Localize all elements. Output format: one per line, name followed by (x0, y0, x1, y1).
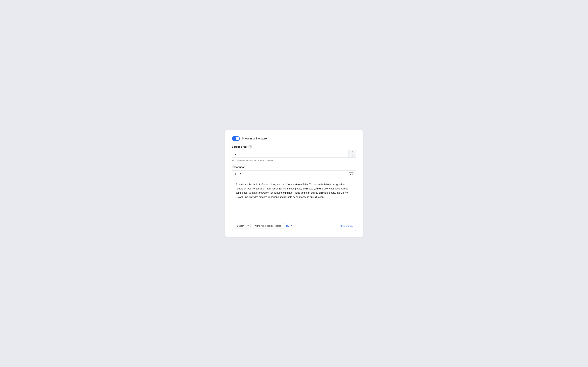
language-select[interactable]: English French German Spanish (235, 223, 251, 228)
toggle-label: Show in online store (242, 137, 267, 140)
add-block-button[interactable]: + (234, 172, 237, 176)
main-card: Show in online store Sorting order ? + −… (225, 130, 363, 237)
description-section: Description + ¶ (232, 166, 356, 231)
increment-button[interactable]: + (349, 150, 356, 154)
paragraph-button[interactable]: ¶ (240, 172, 242, 176)
description-label: Description (232, 166, 356, 168)
show-in-store-toggle[interactable] (232, 136, 240, 141)
editor-body[interactable]: Experience the thrill of off-road biking… (232, 178, 356, 221)
svg-rect-1 (350, 174, 351, 174)
keyboard-shortcut-icon[interactable] (349, 173, 354, 176)
svg-rect-9 (351, 175, 352, 175)
description-editor: + ¶ (232, 170, 356, 231)
show-in-store-row: Show in online store (232, 136, 356, 141)
ai-write-button[interactable]: Write AI product description (253, 223, 284, 228)
svg-rect-7 (352, 174, 352, 175)
sorting-order-input[interactable] (232, 150, 348, 158)
svg-rect-3 (352, 174, 352, 174)
sorting-order-label: Sorting order ? (232, 145, 356, 149)
sorting-help-icon[interactable]: ? (249, 145, 251, 149)
svg-rect-2 (351, 174, 351, 174)
toggle-slider[interactable] (232, 136, 240, 141)
svg-rect-5 (350, 174, 351, 175)
beta-badge: BETA (286, 225, 292, 227)
decrement-button[interactable]: − (349, 154, 356, 158)
sorting-order-input-row: + − (232, 150, 356, 158)
description-text: Experience the thrill of off-road biking… (236, 183, 352, 199)
svg-rect-6 (351, 174, 351, 175)
sorting-hint: Products with lower numbers are displaye… (232, 159, 356, 161)
svg-rect-8 (352, 174, 353, 175)
clear-content-button[interactable]: Clear content (340, 225, 353, 227)
editor-footer: English French German Spanish ▼ Write AI… (232, 221, 356, 231)
stepper-buttons: + − (348, 150, 356, 158)
svg-rect-4 (352, 174, 353, 174)
editor-toolbar: + ¶ (232, 170, 356, 178)
language-selector-wrapper: English French German Spanish ▼ (235, 223, 251, 228)
